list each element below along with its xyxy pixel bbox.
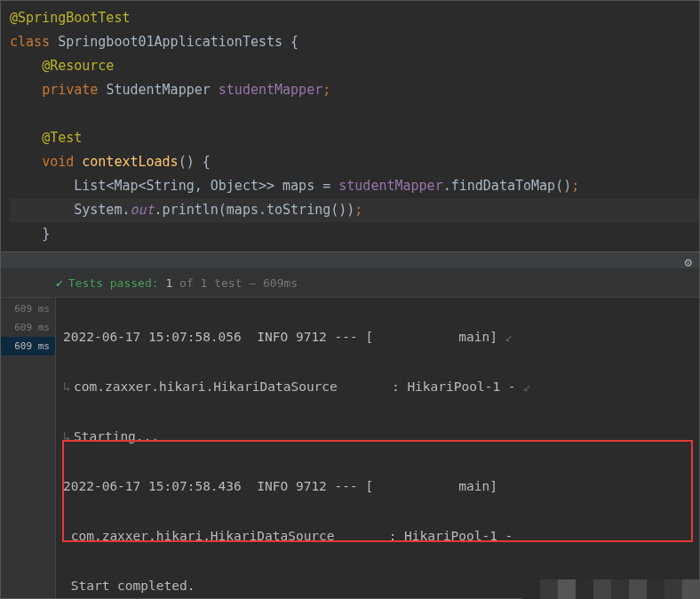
method-name: contextLoads (82, 154, 178, 170)
log-line: ↳Starting... (63, 424, 699, 449)
soft-wrap-icon: ↳ (63, 424, 74, 449)
highlighted-line: System.out.println(maps.toString()); (10, 198, 699, 222)
keyword-void: void (42, 154, 74, 170)
annotation-test: @Test (42, 130, 82, 146)
console-output[interactable]: 2022-06-17 15:07:58.056 INFO 9712 --- [ … (56, 298, 699, 599)
timing-row[interactable]: 609 ms (1, 300, 55, 318)
keyword-class: class (10, 34, 50, 50)
timing-row-selected[interactable]: 609 ms (1, 337, 55, 355)
field-type: StudentMapper (106, 82, 210, 98)
pixelated-overlay (522, 579, 700, 599)
log-line: ↳com.zaxxer.hikari.HikariDataSource : Hi… (63, 374, 699, 399)
tests-duration: – 609ms (249, 276, 298, 290)
tests-total: of 1 test (179, 276, 242, 290)
annotation-springboottest: @SpringBootTest (10, 10, 130, 26)
code-editor[interactable]: @SpringBootTest class Springboot01Applic… (1, 1, 699, 252)
gear-icon[interactable]: ⚙ (685, 255, 692, 269)
panel-divider: ⚙ (1, 252, 699, 269)
keyword-private: private (42, 82, 98, 98)
log-line: com.zaxxer.hikari.HikariDataSource : Hik… (63, 523, 699, 548)
soft-wrap-icon: ↳ (63, 374, 74, 399)
annotation-resource: @Resource (42, 58, 114, 74)
test-status-bar: ✔Tests passed: 1 of 1 test – 609ms (1, 269, 699, 298)
class-name: Springboot01ApplicationTests (58, 34, 282, 50)
log-line: 2022-06-17 15:07:58.056 INFO 9712 --- [ … (63, 324, 699, 349)
tests-passed-count: 1 (165, 276, 172, 290)
field-name: studentMapper (219, 82, 322, 98)
timing-row[interactable]: 609 ms (1, 318, 55, 337)
check-icon: ✔ (56, 276, 63, 290)
tests-passed-label: Tests passed: (68, 276, 159, 290)
timing-column[interactable]: 609 ms 609 ms 609 ms (1, 298, 56, 599)
log-line: 2022-06-17 15:07:58.436 INFO 9712 --- [ … (63, 474, 699, 499)
soft-wrap-icon: ↙ (505, 324, 516, 349)
console-area: 609 ms 609 ms 609 ms 2022-06-17 15:07:58… (1, 298, 699, 599)
soft-wrap-icon: ↙ (523, 374, 534, 399)
